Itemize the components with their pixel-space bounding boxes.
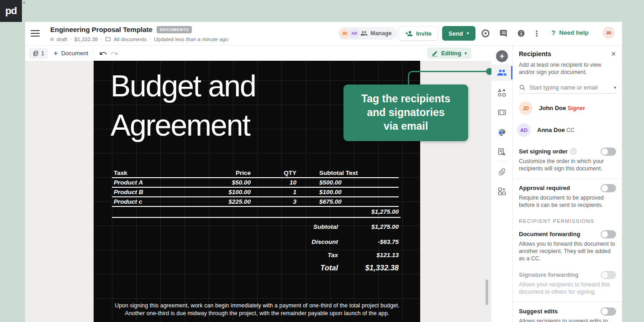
header: Engineering Proposal Template DOCUMENTS … [25, 22, 622, 46]
sidebar-icon-rail: + [491, 46, 512, 322]
panel-title: Recipients [519, 50, 551, 58]
setting-suggest-edits: Suggest edits [519, 307, 616, 316]
table-row: Product A $50.00 10 $500.00 [112, 178, 399, 188]
total-rule [112, 217, 401, 218]
recipients-people-icon [497, 68, 507, 78]
search-icon [519, 84, 526, 91]
add-content-button[interactable]: + [491, 48, 512, 64]
document-workflow-icon [497, 148, 507, 157]
sidebar-item-attachments[interactable] [491, 164, 512, 180]
document-title: Engineering Proposal Template [50, 26, 153, 33]
panel-divider [513, 302, 622, 302]
documents-badge: DOCUMENTS [157, 26, 192, 33]
send-button[interactable]: Send ▾ [442, 26, 475, 41]
brackets-icon [497, 108, 507, 117]
invite-label: Invite [416, 30, 432, 37]
need-help-label: Need help [559, 29, 589, 36]
collaborator-avatar: JD [339, 28, 350, 39]
add-document-button[interactable]: + Document [53, 49, 88, 58]
invite-button[interactable]: Invite [398, 26, 438, 41]
rail-divider [497, 161, 507, 161]
col-header-price: Price [162, 169, 251, 176]
recipient-avatar: JD [519, 101, 533, 115]
page-count-button[interactable]: 1 [29, 48, 48, 59]
preview-eye-icon[interactable] [480, 28, 491, 39]
status-updated: Updated less than a minute ago [154, 37, 228, 42]
recipient-row-anna[interactable]: AD Anna Doe CC [519, 119, 616, 141]
manage-label: Manage [370, 30, 392, 37]
pages-icon [32, 50, 39, 57]
page-count: 1 [41, 50, 44, 57]
signature-forwarding-toggle[interactable] [601, 271, 616, 279]
recipient-search-input[interactable] [529, 84, 610, 91]
plus-icon: + [53, 49, 58, 58]
close-icon[interactable]: ✕ [611, 50, 616, 58]
tooltip-connector-line [408, 71, 490, 85]
info-tooltip-icon[interactable]: ? [570, 148, 576, 154]
status-folder[interactable]: All documents [114, 37, 147, 42]
setting-approval: Approval required [519, 184, 616, 192]
sidebar-item-design[interactable] [491, 124, 512, 141]
more-options-icon[interactable]: ⋮ [531, 28, 542, 39]
approval-toggle[interactable] [601, 184, 616, 192]
editor-toolbar: 1 + Document Editing ▾ [25, 46, 491, 61]
question-icon: ? [551, 29, 555, 37]
setting-signature-forwarding: Signature forwarding [519, 271, 616, 279]
recipient-row-john[interactable]: JD John Doe Signer [519, 97, 616, 119]
sidebar-item-content-library[interactable] [491, 84, 512, 101]
table-row: Product B $100.00 1 $100.00 [112, 188, 399, 197]
vertical-scrollbar[interactable] [486, 280, 488, 305]
shapes-icon [497, 88, 507, 97]
document-heading[interactable]: Budget and Agreement [111, 66, 373, 145]
palette-icon [497, 128, 507, 137]
toolbar-divider [93, 49, 93, 58]
manage-collaborators-button[interactable]: JD AD Manage [338, 27, 397, 40]
app-window: Engineering Proposal Template DOCUMENTS … [25, 22, 622, 322]
status-amount: $1,332.38 [74, 37, 98, 42]
recipient-search: ▾ [519, 82, 616, 94]
sidebar-item-add-ons[interactable] [491, 183, 512, 200]
folder-icon [105, 36, 111, 42]
send-label: Send [449, 30, 463, 37]
need-help-button[interactable]: ? Need help [551, 29, 589, 37]
section-recipient-permissions: RECIPIENT PERMISSIONS [519, 218, 616, 224]
editing-caret-icon: ▾ [465, 51, 467, 56]
sidebar-item-recipients[interactable] [491, 64, 512, 81]
undo-icon[interactable] [98, 48, 109, 59]
plus-circle-icon: + [496, 50, 508, 62]
table-column-total: $1,275.00 [112, 208, 399, 215]
status-state: draft [57, 37, 67, 42]
recipient-role: Signer [568, 105, 585, 111]
signing-order-toggle[interactable] [601, 148, 616, 156]
comments-icon[interactable] [498, 28, 509, 39]
people-icon [360, 30, 368, 37]
setting-signing-order: Set signing order ? [519, 148, 616, 156]
editing-label: Editing [441, 50, 461, 57]
collaborator-avatar: AD [349, 28, 359, 39]
user-avatar[interactable]: JD [602, 26, 615, 39]
recipient-role: CC [566, 127, 575, 133]
sidebar-item-workflow[interactable] [491, 144, 512, 160]
sidebar-item-variables[interactable] [491, 104, 512, 121]
search-caret-icon[interactable]: ▾ [614, 85, 616, 90]
col-header-qty: QTY [263, 169, 296, 176]
draft-status-dot [50, 37, 54, 41]
recipient-name: John Doe [539, 105, 566, 111]
table-row: Product c $225.00 3 $675.00 [112, 197, 399, 207]
setting-document-forwarding: Document forwarding [519, 230, 616, 238]
agreement-terms[interactable]: Upon signing this agreement, work can be… [106, 302, 408, 317]
col-header-subtotal: Subtotal Text [319, 169, 358, 176]
pricing-table[interactable]: Task Price QTY Subtotal Text Product A $… [112, 169, 399, 207]
menu-icon[interactable] [31, 30, 40, 37]
editing-mode-dropdown[interactable]: Editing ▾ [427, 48, 471, 59]
recipient-avatar: AD [517, 123, 531, 137]
table-header-row: Task Price QTY Subtotal Text [112, 169, 399, 178]
notification-dot [498, 131, 502, 135]
suggest-edits-toggle[interactable] [601, 307, 616, 316]
document-forwarding-toggle[interactable] [601, 230, 616, 238]
paperclip-icon [496, 166, 508, 178]
info-icon[interactable] [516, 28, 527, 39]
recipients-panel: Recipients ✕ Add at least one recipient … [512, 46, 622, 322]
status-row: draft · $1,332.38 · All documents · Upda… [50, 36, 228, 42]
redo-icon[interactable] [109, 48, 120, 59]
